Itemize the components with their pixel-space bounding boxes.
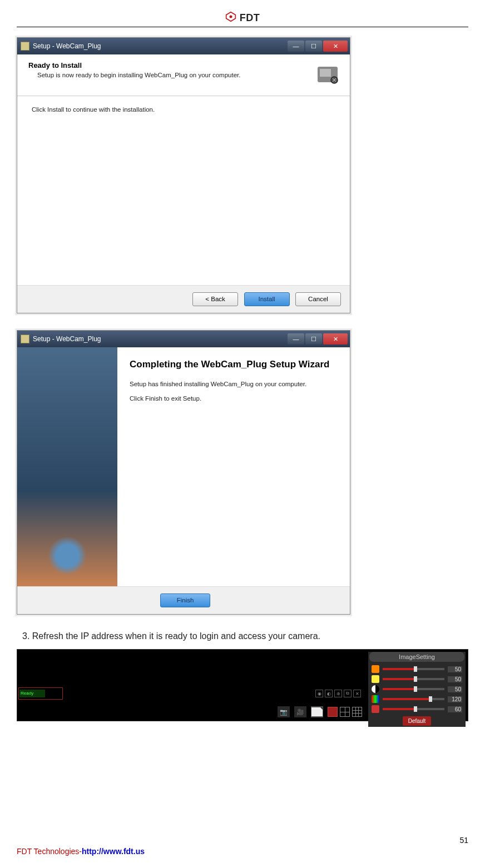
brand-text: FDT bbox=[240, 12, 260, 24]
image-setting-panel: ImageSetting 50 50 50 120 bbox=[368, 652, 466, 727]
default-button[interactable]: Default bbox=[403, 716, 432, 726]
svg-rect-3 bbox=[320, 69, 331, 77]
wizard-complete-text1: Setup has finished installing WebCam_Plu… bbox=[130, 381, 338, 387]
status-icon: ✕ bbox=[353, 690, 361, 697]
wizard-complete-text2: Click Finish to exit Setup. bbox=[130, 395, 338, 402]
snapshot-button[interactable]: 📷 bbox=[278, 706, 290, 717]
ready-status: Ready bbox=[19, 690, 45, 697]
page-header: FDT bbox=[17, 11, 468, 27]
status-icon: ⧉ bbox=[344, 690, 352, 697]
finish-button[interactable]: Finish bbox=[160, 593, 210, 607]
wizard-complete-heading: Completing the WebCam_Plug Setup Wizard bbox=[130, 358, 338, 371]
titlebar: Setup - WebCam_Plug — ☐ ✕ bbox=[17, 331, 350, 347]
hue-slider[interactable] bbox=[383, 668, 444, 670]
maximize-button[interactable]: ☐ bbox=[305, 41, 322, 52]
disk-icon bbox=[314, 61, 341, 90]
layout-4-button[interactable] bbox=[340, 707, 350, 717]
hue-value: 50 bbox=[448, 666, 462, 672]
record-button[interactable]: 🎥 bbox=[294, 706, 306, 717]
button-row: Finish bbox=[17, 586, 350, 614]
dialog-heading: Ready to Install bbox=[28, 61, 240, 69]
installer-icon bbox=[21, 42, 29, 51]
status-icon: ⊕ bbox=[334, 690, 342, 697]
sharpness-slider[interactable] bbox=[383, 708, 444, 710]
svg-point-1 bbox=[229, 16, 232, 18]
sharpness-slider-row: 60 bbox=[368, 704, 466, 714]
contrast-value: 50 bbox=[448, 686, 462, 692]
layout-1-button[interactable] bbox=[328, 707, 338, 717]
status-icon: ◉ bbox=[315, 690, 323, 697]
maximize-button[interactable]: ☐ bbox=[305, 333, 322, 345]
close-button[interactable]: ✕ bbox=[323, 333, 348, 345]
footer-url[interactable]: http://www.fdt.us bbox=[82, 847, 145, 856]
sharpness-icon bbox=[372, 705, 379, 713]
button-row: < Back Install Cancel bbox=[17, 285, 350, 313]
close-button[interactable]: ✕ bbox=[323, 41, 348, 52]
footer-company: FDT Technologies- bbox=[17, 847, 82, 856]
contrast-slider[interactable] bbox=[383, 688, 444, 690]
minimize-button[interactable]: — bbox=[288, 333, 304, 345]
step-3-text: 3. Refresh the IP address when it is rea… bbox=[22, 631, 468, 641]
contrast-slider-row: 50 bbox=[368, 684, 466, 694]
camera-web-ui: Ready ◉ ◐ ⊕ ⧉ ✕ 📷 🎥 ImageSetting 50 bbox=[17, 649, 468, 721]
titlebar: Setup - WebCam_Plug — ☐ ✕ bbox=[17, 38, 350, 54]
install-dialog-complete: Setup - WebCam_Plug — ☐ ✕ Completing the… bbox=[17, 330, 350, 615]
brightness-icon bbox=[372, 675, 379, 683]
contrast-icon bbox=[372, 685, 379, 693]
install-button[interactable]: Install bbox=[244, 292, 290, 306]
minimize-button[interactable]: — bbox=[288, 41, 304, 52]
page-footer: 51 FDT Technologies-http://www.fdt.us bbox=[17, 847, 468, 856]
brightness-slider-row: 50 bbox=[368, 674, 466, 684]
window-title: Setup - WebCam_Plug bbox=[33, 335, 288, 343]
stream-status-icons: ◉ ◐ ⊕ ⧉ ✕ bbox=[315, 690, 361, 697]
saturation-value: 120 bbox=[448, 696, 462, 702]
brightness-value: 50 bbox=[448, 676, 462, 682]
brightness-slider[interactable] bbox=[383, 678, 444, 680]
sharpness-value: 60 bbox=[448, 706, 462, 712]
layout-9-button[interactable] bbox=[352, 707, 362, 717]
window-title: Setup - WebCam_Plug bbox=[33, 42, 288, 50]
dialog-body-text: Click Install to continue with the insta… bbox=[32, 106, 335, 113]
saturation-icon bbox=[372, 695, 379, 703]
video-icon: 🎥 bbox=[296, 709, 304, 716]
panel-title: ImageSetting bbox=[369, 652, 464, 662]
back-button[interactable]: < Back bbox=[192, 292, 238, 306]
saturation-slider[interactable] bbox=[383, 698, 444, 700]
hue-slider-row: 50 bbox=[368, 664, 466, 674]
sdcard-button[interactable] bbox=[311, 706, 323, 717]
saturation-slider-row: 120 bbox=[368, 694, 466, 704]
status-icon: ◐ bbox=[325, 690, 333, 697]
hue-icon bbox=[372, 665, 379, 673]
sdcard-icon bbox=[311, 707, 323, 716]
install-dialog-ready: Setup - WebCam_Plug — ☐ ✕ Ready to Insta… bbox=[17, 37, 350, 313]
dialog-subheading: Setup is now ready to begin installing W… bbox=[28, 72, 240, 78]
wizard-side-graphic bbox=[17, 347, 117, 586]
page-number: 51 bbox=[459, 836, 468, 845]
installer-icon bbox=[21, 335, 29, 343]
cancel-button[interactable]: Cancel bbox=[295, 292, 341, 306]
fdt-logo-icon bbox=[225, 11, 236, 24]
camera-icon: 📷 bbox=[280, 709, 288, 716]
